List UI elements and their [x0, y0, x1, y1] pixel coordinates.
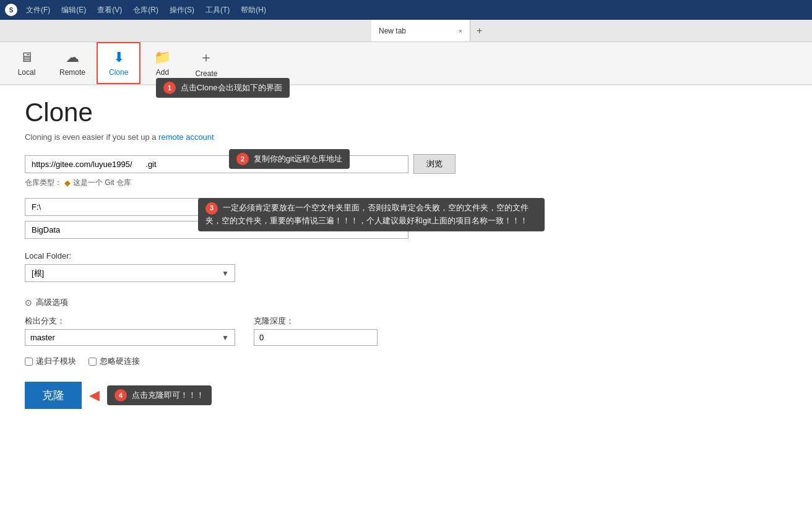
clone-btn-row: 克隆 ◀ 4 点击克隆即可！！！: [25, 382, 787, 409]
remote-icon: ☁: [66, 49, 79, 66]
browse-button[interactable]: 浏览: [413, 154, 456, 174]
clone-submit-button[interactable]: 克隆: [25, 382, 82, 409]
local-folder-wrapper: [根] ▼: [25, 264, 235, 282]
branch-label: 检出分支：: [25, 316, 235, 327]
local-icon: 🖥: [20, 49, 33, 66]
subtitle: Cloning is even easier if you set up a r…: [25, 132, 787, 142]
create-icon: ＋: [199, 48, 213, 67]
local-folder-select[interactable]: [根]: [25, 264, 235, 282]
main-content: Clone Cloning is even easier if you set …: [0, 85, 812, 421]
checkbox-row: 递归子模块 忽略硬连接: [25, 356, 787, 367]
recursive-checkbox[interactable]: [25, 358, 33, 366]
chevron-up-icon: ⊙: [25, 298, 32, 307]
tab-close-icon[interactable]: ×: [459, 27, 462, 35]
url-row: 浏览 2 复制你的git远程仓库地址: [25, 154, 787, 174]
ignore-links-checkbox-label[interactable]: 忽略硬连接: [89, 356, 140, 367]
menu-view[interactable]: 查看(V): [92, 4, 127, 17]
local-folder-label: Local Folder:: [25, 251, 787, 260]
arrow-left-icon: ◀: [89, 387, 100, 403]
app-logo: S: [5, 4, 17, 16]
advanced-section: ⊙ 高级选项 检出分支： master ▼ 克隆深度：: [25, 297, 787, 346]
page-title: Clone: [25, 98, 787, 127]
branch-col: 检出分支： master ▼: [25, 316, 235, 346]
advanced-toggle[interactable]: ⊙ 高级选项: [25, 297, 787, 308]
new-tab-button[interactable]: +: [470, 20, 488, 41]
menu-tools[interactable]: 工具(T): [201, 4, 235, 17]
tab-bar: New tab × +: [0, 20, 812, 42]
toolbar: 🖥 Local ☁ Remote ⬇ Clone 📁 Add ＋ Create …: [0, 42, 812, 85]
diamond-icon: ◆: [64, 178, 71, 187]
repo-type: 仓库类型： ◆ 这是一个 Git 仓库: [25, 178, 787, 188]
depth-label: 克隆深度：: [254, 316, 378, 327]
remote-button[interactable]: ☁ Remote: [48, 42, 97, 84]
add-icon: 📁: [154, 49, 171, 66]
branch-select-wrapper: master ▼: [25, 329, 235, 346]
annotation-3: 3 一定必须肯定要放在一个空文件夹里面，否则拉取肯定会失败，空的文件夹，空的文件…: [198, 198, 545, 231]
menu-file[interactable]: 文件(F): [21, 4, 55, 17]
branch-select[interactable]: master: [25, 329, 235, 346]
local-button[interactable]: 🖥 Local: [5, 42, 48, 84]
clone-icon: ⬇: [113, 49, 124, 66]
step-badge-3: 3: [205, 202, 218, 215]
step-badge-1: 1: [163, 82, 176, 94]
step-badge-2: 2: [236, 153, 249, 165]
annotation-4: 4 点击克隆即可！！！: [107, 385, 212, 405]
tab-new[interactable]: New tab ×: [371, 20, 470, 41]
menu-edit[interactable]: 编辑(E): [56, 4, 91, 17]
menu-bar[interactable]: 文件(F) 编辑(E) 查看(V) 仓库(R) 操作(S) 工具(T) 帮助(H…: [21, 4, 271, 17]
depth-input[interactable]: [254, 329, 378, 346]
menu-help[interactable]: 帮助(H): [236, 4, 271, 17]
url-input[interactable]: [25, 155, 408, 173]
remote-account-link[interactable]: remote account: [158, 132, 214, 142]
menu-action[interactable]: 操作(S): [165, 4, 199, 17]
annotation-1: 1 点击Clone会出现如下的界面: [156, 78, 290, 98]
advanced-grid: 检出分支： master ▼ 克隆深度：: [25, 316, 787, 346]
step-badge-4: 4: [114, 389, 127, 402]
clone-button-toolbar[interactable]: ⬇ Clone: [97, 42, 140, 84]
menu-repo[interactable]: 仓库(R): [128, 4, 163, 17]
annotation-2: 2 复制你的git远程仓库地址: [229, 149, 350, 169]
ignore-links-checkbox[interactable]: [89, 358, 97, 366]
title-bar: S 文件(F) 编辑(E) 查看(V) 仓库(R) 操作(S) 工具(T) 帮助…: [0, 0, 812, 20]
recursive-checkbox-label[interactable]: 递归子模块: [25, 356, 76, 367]
depth-col: 克隆深度：: [254, 316, 378, 346]
tab-new-label: New tab: [379, 27, 406, 35]
